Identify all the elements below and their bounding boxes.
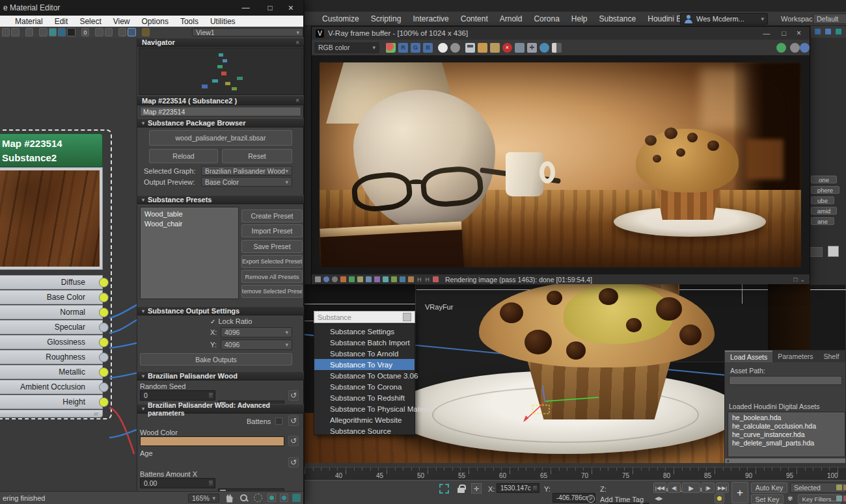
asset-list-item[interactable]: he_delete_small_parts.hda [732,439,841,447]
clipboard-icon[interactable] [490,43,500,53]
play-button[interactable]: ▶ [682,483,700,493]
view-tab-select[interactable]: View1▾ [192,28,303,36]
layout-tree-icon[interactable] [105,28,113,36]
output-settings-header[interactable]: ▾Substance Output Settings [137,306,304,315]
tab-parameters[interactable]: Parameters [772,351,818,362]
vfb-status-h-icon[interactable]: H [417,276,422,283]
graph-params-header[interactable]: ▾Brazilian Palisander Wood [137,371,304,380]
slot-base-color[interactable]: Base Color [0,290,103,304]
menu-corona[interactable]: Corona [528,14,565,23]
statusbar-mini-icon[interactable] [843,496,846,501]
zoom-extents-icon[interactable] [267,494,276,502]
stamp-icon[interactable] [776,43,786,53]
slot-diffuse[interactable]: Diffuse [0,275,103,289]
vfb-channel-select[interactable]: RGB color▾ [314,42,379,53]
slot-normal[interactable]: Normal [0,305,103,319]
key-paw-icon[interactable]: ✾ [787,495,793,502]
preview-icon[interactable] [128,28,135,36]
vfb-collapse-icon[interactable]: ⌄ [797,276,808,283]
random-seed-field[interactable]: 0 [140,390,215,401]
menu-arnold[interactable]: Arnold [494,14,528,23]
duplicate-icon[interactable] [515,43,525,53]
menu-item-substance-to-corona[interactable]: Substance To Corona [314,381,415,392]
node-graph-area[interactable]: Map #223514 Substance2 Diffuse Base Colo… [0,38,137,491]
delete-icon[interactable] [25,28,33,36]
create-keyframe-button[interactable]: + [731,482,748,503]
toolbar-icon[interactable] [825,29,831,34]
menu-help[interactable]: Help [566,14,594,23]
node-header[interactable]: Map #223514 Substance2 [0,133,103,167]
previous-frame-button[interactable]: ◀| [668,483,681,493]
remove-all-presets-button[interactable]: Remove All Presets [241,270,303,283]
menu-content[interactable]: Content [455,14,494,23]
output-y-select[interactable]: 4096▾ [221,339,292,350]
lock-ratio-checkbox[interactable]: ✓ Lock Ratio [210,317,252,325]
menu-item-substance-to-octane[interactable]: Substance To Octane 3.06 [314,370,415,381]
save-preset-button[interactable]: Save Preset [241,240,303,253]
houdini-hscrollbar[interactable]: ◂ [725,458,845,463]
primitive-button-sphere[interactable]: phere [811,186,839,194]
next-frame-button[interactable]: |▶ [702,483,715,493]
package-browser-header[interactable]: ▾Substance Package Browser [137,118,304,127]
alpha-toggle[interactable] [450,43,460,53]
navigator-close-icon[interactable]: × [295,39,299,46]
primitive-button-cube[interactable]: ube [811,196,834,204]
me-toolbar-icon[interactable] [11,28,19,36]
package-file-button[interactable]: wood_palisander_brazil.sbsar [149,130,292,146]
color-wheel-icon[interactable] [386,43,396,53]
layout-vertical-icon[interactable] [95,28,103,36]
random-seed-reset-icon[interactable]: ↺ [288,390,299,401]
background-icon[interactable] [67,28,75,36]
battens-reset-icon[interactable]: ↺ [288,416,299,426]
me-menu-options[interactable]: Options [136,17,174,26]
node-preview-frame[interactable] [0,167,103,270]
add-time-tag[interactable]: Add Time Tag [600,496,644,503]
menu-interactive[interactable]: Interactive [407,14,454,23]
vfb-status-icon[interactable] [340,276,346,282]
selected-graph-select[interactable]: Brazilian Palisander Wood▾ [201,166,292,176]
region-render-icon[interactable] [539,43,549,53]
loaded-assets-list[interactable]: he_boolean.hda he_calculate_occlusion.hd… [728,412,845,457]
slot-ambient-occlusion[interactable]: Ambient Occlusion [0,380,103,394]
preset-item-wood-table[interactable]: Wood_table [144,209,234,219]
me-minimize-button[interactable]: — [233,3,259,12]
presets-list[interactable]: Wood_table Wood_chair [140,207,239,299]
color-corrections-icon[interactable] [800,43,810,53]
create-preset-button[interactable]: Create Preset [241,209,303,222]
load-image-icon[interactable] [478,43,487,53]
auto-key-button[interactable]: Auto Key [751,483,787,493]
vfb-status-icon[interactable] [366,276,372,282]
pan-selected-icon[interactable] [292,494,301,502]
statusbar-mini-icon[interactable] [836,484,842,490]
tab-load-assets[interactable]: Load Assets [725,351,772,362]
primitive-button-cone[interactable]: one [811,176,837,183]
wood-color-reset-icon[interactable]: ↺ [288,436,299,446]
asset-list-item[interactable]: he_curve_instancer.hda [732,431,841,439]
import-preset-button[interactable]: Import Preset [241,224,303,237]
vfb-close-button[interactable]: × [792,29,806,38]
absolute-mode-icon[interactable]: ✛ [471,483,482,494]
params-close-icon[interactable]: × [295,97,299,104]
lens-effects-icon[interactable] [790,43,800,53]
age-field[interactable]: 0.00 [140,478,215,488]
me-titlebar[interactable]: e Material Editor — □ × [0,0,303,16]
pan-hand-icon[interactable] [225,494,234,503]
user-account-menu[interactable]: Wes Mcderm... ▾ [680,13,768,25]
zoom-region-icon[interactable] [254,494,262,502]
me-menu-tools[interactable]: Tools [174,17,204,26]
slot-height[interactable]: Height [0,395,103,409]
menu-item-allegorithmic-website[interactable]: Allegorithmic Website [314,414,415,425]
statusbar-mini-icon[interactable] [836,496,842,501]
menu-scripting[interactable]: Scripting [365,14,407,23]
me-menu-select[interactable]: Select [74,17,107,26]
output-preview-select[interactable]: Base Color▾ [201,177,292,187]
zoom-tool-icon[interactable] [239,493,249,503]
toolbar-icon[interactable] [815,29,821,34]
clear-image-icon[interactable]: × [502,43,512,53]
panel-checkbox-fragment[interactable] [828,246,839,257]
slot-metallic[interactable]: Metallic [0,365,103,379]
params-panel-header[interactable]: Map #223514 ( Substance2 )× [137,96,304,105]
vfb-canvas[interactable] [312,55,810,274]
vfb-status-icon[interactable] [374,276,380,282]
node-resize-grip[interactable]: /// [0,410,103,418]
